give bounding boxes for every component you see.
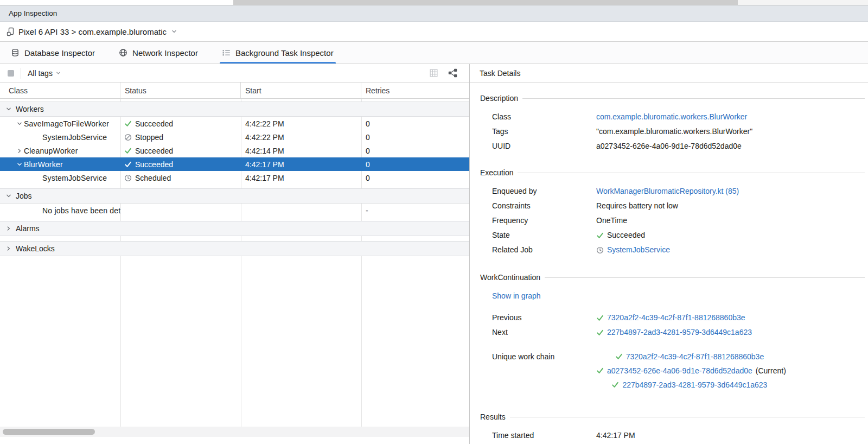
- all-tags-label: All tags: [28, 69, 53, 78]
- related-job-link[interactable]: SystemJobService: [607, 243, 670, 257]
- detail-value: 7320a2f2-4c39-4c2f-87f1-881268860b3ea027…: [596, 350, 786, 390]
- work-id-link[interactable]: 7320a2f2-4c39-4c2f-87f1-881268860b3e: [626, 351, 764, 362]
- chevron-down-icon[interactable]: [15, 161, 24, 168]
- chevron-down-icon[interactable]: [15, 120, 24, 127]
- detail-text: "com.example.bluromatic.workers.BlurWork…: [596, 124, 752, 139]
- network-icon: [119, 48, 127, 57]
- tool-window-title-bar: App Inspection: [0, 5, 868, 22]
- succeeded-check-icon: [611, 381, 619, 389]
- detail-text: OneTime: [596, 213, 627, 228]
- detail-value: Succeeded: [596, 228, 645, 243]
- detail-value: WorkManagerBluromaticRepository.kt (85): [596, 184, 739, 199]
- work-id-link[interactable]: 7320a2f2-4c39-4c2f-87f1-881268860b3e: [607, 310, 745, 325]
- detail-label: Previous: [492, 310, 596, 325]
- tab-database-inspector[interactable]: Database Inspector: [9, 42, 97, 64]
- detail-row: Related JobSystemJobService: [492, 243, 865, 257]
- detail-label: Unique work chain: [492, 350, 596, 390]
- task-details-header: Task Details: [470, 64, 868, 83]
- section-rows: Previous7320a2f2-4c39-4c2f-87f1-88126886…: [480, 310, 865, 390]
- cell-start: 4:42:22 PM: [241, 133, 361, 142]
- detail-value: Requires battery not low: [596, 199, 678, 213]
- section-execution: ExecutionEnqueued byWorkManagerBluromati…: [480, 168, 865, 257]
- section-title: Execution: [480, 168, 513, 177]
- process-selector-label: Pixel 6 API 33 > com.example.bluromatic: [18, 27, 167, 36]
- database-icon: [11, 48, 20, 57]
- show-in-graph-link[interactable]: Show in graph: [492, 291, 541, 300]
- class-name: BlurWorker: [24, 160, 63, 169]
- section-description: DescriptionClasscom.example.bluromatic.w…: [480, 93, 865, 154]
- work-id-link[interactable]: 227b4897-2ad3-4281-9579-3d6449c1a623: [607, 325, 752, 340]
- process-selector[interactable]: Pixel 6 API 33 > com.example.bluromatic: [0, 22, 868, 42]
- task-table-panel: All tags: [0, 64, 470, 444]
- tab-background-task-inspector[interactable]: Background Task Inspector: [220, 42, 336, 64]
- detail-row: Unique work chain7320a2f2-4c39-4c2f-87f1…: [492, 350, 865, 390]
- section-header: WorkContinuation: [480, 272, 865, 282]
- all-tags-dropdown[interactable]: All tags: [28, 69, 61, 78]
- show-in-graph-link-row: Show in graph: [492, 289, 865, 303]
- group-row-jobs[interactable]: Jobs: [0, 188, 469, 204]
- table-row[interactable]: No jobs have been detected-: [0, 204, 469, 217]
- group-label: Jobs: [16, 192, 32, 200]
- chevron-right-icon[interactable]: [15, 148, 24, 154]
- horizontal-scrollbar-thumb[interactable]: [3, 429, 95, 435]
- chevron-right-icon[interactable]: [5, 245, 12, 252]
- detail-row: FrequencyOneTime: [492, 213, 865, 228]
- detail-value: 227b4897-2ad3-4281-9579-3d6449c1a623: [596, 325, 752, 340]
- table-column-headers: Class Status Start Retries: [0, 83, 469, 99]
- section-workcontinuation: WorkContinuationShow in graphPrevious732…: [480, 272, 865, 390]
- group-row-alarms[interactable]: Alarms: [0, 221, 469, 236]
- toolbar-separator: [21, 68, 21, 79]
- chevron-down-icon[interactable]: [5, 193, 12, 199]
- succeeded-check-icon: [124, 161, 132, 168]
- detail-value: SystemJobService: [596, 243, 670, 257]
- chevron-down-icon: [55, 70, 61, 76]
- table-row[interactable]: SystemJobServiceStopped4:42:22 PM0: [0, 130, 469, 144]
- graph-view-icon[interactable]: [448, 68, 457, 78]
- cell-retries: 0: [361, 160, 469, 169]
- detail-value: 4:42:17 PM: [596, 428, 635, 443]
- class-name: SystemJobService: [42, 133, 107, 142]
- table-row[interactable]: SaveImageToFileWorkerSucceeded4:42:22 PM…: [0, 117, 469, 130]
- detail-link[interactable]: WorkManagerBluromaticRepository.kt (85): [596, 184, 739, 199]
- scheduled-clock-icon: [596, 246, 604, 254]
- work-id-link[interactable]: 227b4897-2ad3-4281-9579-3d6449c1a623: [622, 379, 767, 390]
- top-scrollbar-thumb[interactable]: [233, 0, 738, 5]
- detail-row: ConstraintsRequires battery not low: [492, 199, 865, 213]
- table-row[interactable]: SystemJobServiceScheduled4:42:17 PM0: [0, 171, 469, 185]
- column-header-start[interactable]: Start: [241, 83, 361, 98]
- group-row-wakelocks[interactable]: WakeLocks: [0, 241, 469, 256]
- task-table-toolbar: All tags: [0, 64, 469, 83]
- current-marker: (Current): [756, 365, 786, 376]
- column-header-class[interactable]: Class: [0, 83, 120, 98]
- chevron-right-icon[interactable]: [5, 225, 12, 232]
- table-row[interactable]: CleanupWorkerSucceeded4:42:14 PM0: [0, 144, 469, 157]
- class-name: SaveImageToFileWorker: [24, 119, 109, 128]
- chevron-down-icon[interactable]: [5, 106, 12, 112]
- work-id-link[interactable]: a0273452-626e-4a06-9d1e-78d6d52dad0e: [607, 365, 752, 376]
- device-icon: [7, 27, 16, 36]
- section-title: Description: [480, 94, 518, 103]
- task-details-body: DescriptionClasscom.example.bluromatic.w…: [470, 83, 868, 444]
- status-text: Stopped: [135, 133, 163, 142]
- cell-retries: 0: [361, 119, 469, 128]
- succeeded-check-icon: [615, 353, 623, 360]
- table-row[interactable]: BlurWorkerSucceeded4:42:17 PM0: [0, 157, 469, 171]
- tab-label: Database Inspector: [24, 48, 95, 58]
- cell-retries: -: [361, 206, 469, 215]
- detail-link[interactable]: com.example.bluromatic.workers.BlurWorke…: [596, 110, 747, 124]
- succeeded-check-icon: [124, 120, 132, 128]
- cell-retries: 0: [361, 133, 469, 142]
- column-header-retries[interactable]: Retries: [361, 83, 469, 98]
- tab-network-inspector[interactable]: Network Inspector: [117, 42, 200, 64]
- stop-inspector-button[interactable]: [8, 70, 14, 77]
- table-view-icon[interactable]: [429, 68, 438, 78]
- group-row-workers[interactable]: Workers: [0, 102, 469, 117]
- detail-value: com.example.bluromatic.workers.BlurWorke…: [596, 110, 747, 124]
- succeeded-check-icon: [596, 232, 604, 239]
- class-name: CleanupWorker: [24, 147, 78, 155]
- status-text: Succeeded: [135, 160, 173, 169]
- cell-class: SystemJobService: [0, 130, 120, 144]
- group-label: Alarms: [16, 224, 40, 233]
- column-header-status[interactable]: Status: [120, 83, 241, 98]
- task-tree-table: WorkersSaveImageToFileWorkerSucceeded4:4…: [0, 99, 469, 444]
